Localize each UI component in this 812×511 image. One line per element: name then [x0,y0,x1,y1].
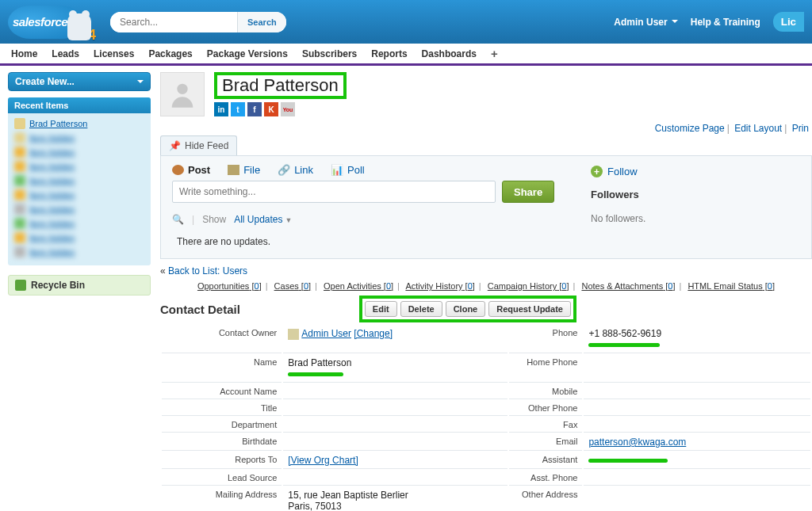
follow-button[interactable]: +Follow [591,166,797,177]
recent-item[interactable]: Item hidden [13,202,146,216]
poll-icon: 📊 [331,164,343,176]
show-label: Show [202,214,226,225]
email-link[interactable]: patterson@kwaga.com [588,437,686,448]
recent-item[interactable]: Item hidden [13,159,146,174]
delete-button[interactable]: Delete [400,301,442,317]
contact-detail-heading: Contact Detail [160,303,240,316]
recent-items-box: Recent Items Brad Patterson Item hidden … [8,97,151,265]
recent-item[interactable]: Item hidden [13,131,146,145]
recent-item[interactable]: Item hidden [13,231,146,245]
field-label: Department [162,418,282,433]
recent-item[interactable]: Item hidden [13,174,146,188]
link-icon: 🔗 [278,164,290,176]
name-value: Brad Patterson [288,357,351,368]
global-header: salesforce 14 Search Admin User Help & T… [0,0,812,44]
nav-dashboards[interactable]: Dashboards [422,48,477,59]
rel-open-activities[interactable]: Open Activities [0] [324,281,393,291]
mailing-address-value: 15, rue Jean Baptiste Berlier Paris, 750… [283,487,508,511]
field-label: Mailing Address [162,487,282,511]
facebook-icon[interactable]: f [247,102,262,116]
owner-link[interactable]: Admin User [301,328,351,339]
compose-input[interactable] [172,181,496,203]
edit-layout-link[interactable]: Edit Layout [734,123,782,134]
social-icons: in t f K You [214,102,347,116]
contact-icon [14,118,25,129]
view-org-chart-link[interactable]: [View Org Chart] [288,455,358,466]
clone-button[interactable]: Clone [446,301,486,317]
klout-icon[interactable]: K [264,102,278,116]
recycle-icon [15,280,26,291]
field-label: Account Name [162,384,282,399]
field-label: Asst. Phone [509,471,582,486]
rel-notes-attachments[interactable]: Notes & Attachments [0] [581,281,675,291]
nav-packages[interactable]: Packages [148,48,192,59]
main-content: Brad Patterson in t f K You Customize Pa… [160,72,812,511]
search-input[interactable] [110,12,237,32]
poll-tab[interactable]: 📊Poll [331,164,365,176]
no-followers-text: No followers. [591,213,797,224]
nav-home[interactable]: Home [11,48,37,59]
field-label: Mobile [509,384,582,399]
rel-activity-history[interactable]: Activity History [0] [405,281,474,291]
feed-filter[interactable]: All Updates▼ [234,214,292,225]
rel-cases[interactable]: Cases [0] [274,281,312,291]
detail-buttons: Edit Delete Clone Request Update [359,296,576,322]
nav-subscribers[interactable]: Subscribers [302,48,357,59]
user-icon [288,329,299,340]
salesforce-logo[interactable]: salesforce 14 [8,6,96,39]
license-button[interactable]: Lic [773,12,804,32]
recent-item[interactable]: Item hidden [13,188,146,202]
nav-add-tab[interactable]: + [491,47,498,60]
svg-point-0 [177,84,187,94]
recent-items-title: Recent Items [8,97,151,113]
nav-leads[interactable]: Leads [52,48,79,59]
nav-package-versions[interactable]: Package Versions [207,48,288,59]
field-label: Other Phone [509,401,582,416]
back-to-list-link[interactable]: Back to List: Users [168,265,247,276]
field-label: Email [509,434,582,451]
search-button[interactable]: Search [237,12,286,32]
recent-item[interactable]: Item hidden [13,145,146,159]
rel-html-email-status[interactable]: HTML Email Status [0] [688,281,775,291]
no-updates-text: There are no updates. [177,236,800,247]
nav-reports[interactable]: Reports [371,48,407,59]
file-tab[interactable]: File [228,164,260,176]
followers-heading: Followers [591,189,797,200]
field-label: Contact Owner [162,326,282,353]
field-label: Reports To [162,452,282,469]
pin-icon: 📌 [169,140,181,151]
post-tab[interactable]: Post [172,164,210,176]
link-tab[interactable]: 🔗Link [278,164,313,176]
post-icon [172,165,184,175]
nav-licenses[interactable]: Licenses [94,48,134,59]
share-button[interactable]: Share [502,181,554,203]
recent-item[interactable]: Item hidden [13,216,146,231]
change-owner-link[interactable]: [Change] [354,328,393,339]
linkedin-icon[interactable]: in [214,102,228,116]
create-new-menu[interactable]: Create New... [8,72,151,91]
user-menu[interactable]: Admin User [614,17,677,28]
field-label: Other Address [509,487,582,511]
rel-campaign-history[interactable]: Campaign History [0] [488,281,569,291]
print-link[interactable]: Prin [792,123,809,134]
help-link[interactable]: Help & Training [691,17,760,28]
customize-page-link[interactable]: Customize Page [655,123,725,134]
contact-avatar [160,72,205,116]
twitter-icon[interactable]: t [231,102,245,116]
recent-item[interactable]: Item hidden [13,245,146,259]
field-label: Name [162,355,282,383]
sidebar: Create New... Recent Items Brad Patterso… [8,72,151,511]
field-label: Assistant [509,452,582,469]
search-feed-icon[interactable]: 🔍 [172,214,184,225]
recycle-bin[interactable]: Recycle Bin [8,275,151,296]
youtube-icon[interactable]: You [281,102,295,116]
plus-icon: + [591,166,603,177]
request-update-button[interactable]: Request Update [488,301,571,317]
field-label: Fax [509,418,582,433]
edit-button[interactable]: Edit [365,301,397,317]
field-label: Birthdate [162,434,282,451]
rel-opportunities[interactable]: Opportunities [0] [197,281,262,291]
recent-item[interactable]: Brad Patterson [13,116,146,131]
hide-feed-tab[interactable]: 📌Hide Feed [160,135,237,155]
field-label: Lead Source [162,471,282,486]
